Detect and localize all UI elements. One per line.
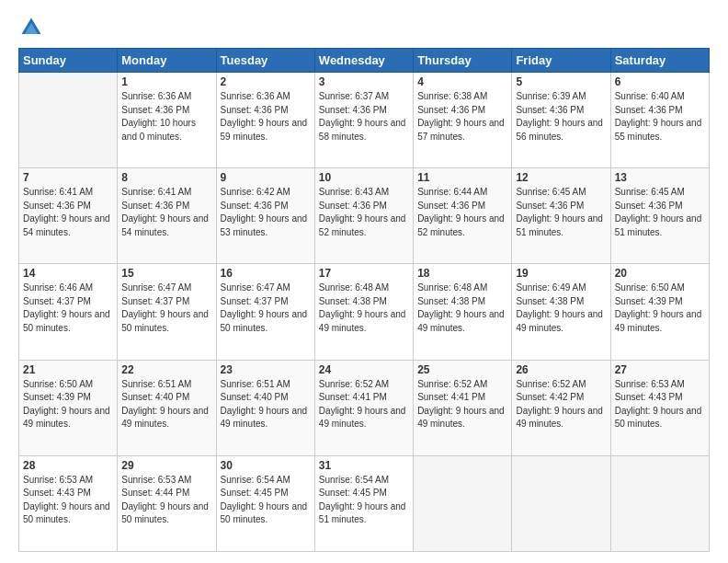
day-number: 21	[23, 363, 113, 376]
calendar-cell: 21Sunrise: 6:50 AMSunset: 4:39 PMDayligh…	[19, 360, 118, 455]
cell-info: Sunrise: 6:53 AMSunset: 4:43 PMDaylight:…	[23, 474, 113, 527]
cell-info: Sunrise: 6:42 AMSunset: 4:36 PMDaylight:…	[221, 186, 311, 239]
day-number: 18	[417, 267, 507, 280]
calendar-cell: 14Sunrise: 6:46 AMSunset: 4:37 PMDayligh…	[19, 264, 118, 360]
cell-info: Sunrise: 6:52 AMSunset: 4:41 PMDaylight:…	[319, 378, 409, 431]
weekday-header: Friday	[512, 49, 610, 73]
cell-info: Sunrise: 6:50 AMSunset: 4:39 PMDaylight:…	[23, 378, 113, 431]
cell-info: Sunrise: 6:39 AMSunset: 4:36 PMDaylight:…	[516, 90, 606, 144]
calendar-cell: 8Sunrise: 6:41 AMSunset: 4:36 PMDaylight…	[118, 168, 216, 264]
logo-icon	[18, 15, 44, 40]
day-number: 12	[516, 171, 606, 184]
weekday-header: Wednesday	[314, 49, 413, 73]
day-number: 25	[417, 363, 507, 376]
day-number: 6	[615, 75, 705, 88]
calendar-cell: 18Sunrise: 6:48 AMSunset: 4:38 PMDayligh…	[414, 264, 512, 360]
day-number: 1	[121, 75, 211, 88]
calendar-cell: 16Sunrise: 6:47 AMSunset: 4:37 PMDayligh…	[216, 264, 314, 360]
calendar-cell: 5Sunrise: 6:39 AMSunset: 4:36 PMDaylight…	[512, 73, 610, 168]
day-number: 31	[319, 459, 409, 472]
calendar-cell: 28Sunrise: 6:53 AMSunset: 4:43 PMDayligh…	[19, 455, 118, 551]
calendar-cell	[414, 455, 512, 551]
weekday-header: Thursday	[414, 49, 512, 73]
cell-info: Sunrise: 6:54 AMSunset: 4:45 PMDaylight:…	[221, 474, 311, 527]
calendar-cell: 20Sunrise: 6:50 AMSunset: 4:39 PMDayligh…	[610, 264, 709, 360]
day-number: 20	[615, 267, 705, 280]
calendar-cell: 7Sunrise: 6:41 AMSunset: 4:36 PMDaylight…	[19, 168, 118, 264]
cell-info: Sunrise: 6:36 AMSunset: 4:36 PMDaylight:…	[221, 90, 311, 144]
cell-info: Sunrise: 6:51 AMSunset: 4:40 PMDaylight:…	[221, 378, 311, 431]
day-number: 28	[23, 459, 113, 472]
calendar-cell: 22Sunrise: 6:51 AMSunset: 4:40 PMDayligh…	[118, 360, 216, 455]
cell-info: Sunrise: 6:41 AMSunset: 4:36 PMDaylight:…	[121, 186, 211, 239]
calendar-cell: 24Sunrise: 6:52 AMSunset: 4:41 PMDayligh…	[314, 360, 413, 455]
day-number: 5	[516, 75, 606, 88]
cell-info: Sunrise: 6:53 AMSunset: 4:44 PMDaylight:…	[121, 474, 211, 527]
calendar-week-row: 1Sunrise: 6:36 AMSunset: 4:36 PMDaylight…	[19, 73, 710, 168]
day-number: 15	[121, 267, 211, 280]
day-number: 14	[23, 267, 113, 280]
cell-info: Sunrise: 6:37 AMSunset: 4:36 PMDaylight:…	[319, 90, 409, 144]
calendar-cell: 15Sunrise: 6:47 AMSunset: 4:37 PMDayligh…	[118, 264, 216, 360]
cell-info: Sunrise: 6:44 AMSunset: 4:36 PMDaylight:…	[417, 186, 507, 239]
cell-info: Sunrise: 6:47 AMSunset: 4:37 PMDaylight:…	[121, 282, 211, 335]
day-number: 11	[417, 171, 507, 184]
cell-info: Sunrise: 6:45 AMSunset: 4:36 PMDaylight:…	[615, 186, 705, 239]
calendar-cell: 29Sunrise: 6:53 AMSunset: 4:44 PMDayligh…	[118, 455, 216, 551]
calendar-cell: 11Sunrise: 6:44 AMSunset: 4:36 PMDayligh…	[414, 168, 512, 264]
cell-info: Sunrise: 6:36 AMSunset: 4:36 PMDaylight:…	[121, 90, 211, 144]
day-number: 9	[221, 171, 311, 184]
calendar-cell: 13Sunrise: 6:45 AMSunset: 4:36 PMDayligh…	[610, 168, 709, 264]
calendar-cell	[512, 455, 610, 551]
day-number: 24	[319, 363, 409, 376]
calendar-cell: 31Sunrise: 6:54 AMSunset: 4:45 PMDayligh…	[314, 455, 413, 551]
day-number: 26	[516, 363, 606, 376]
cell-info: Sunrise: 6:38 AMSunset: 4:36 PMDaylight:…	[417, 90, 507, 144]
calendar-cell: 1Sunrise: 6:36 AMSunset: 4:36 PMDaylight…	[118, 73, 216, 168]
cell-info: Sunrise: 6:48 AMSunset: 4:38 PMDaylight:…	[319, 282, 409, 335]
calendar-cell: 4Sunrise: 6:38 AMSunset: 4:36 PMDaylight…	[414, 73, 512, 168]
cell-info: Sunrise: 6:52 AMSunset: 4:42 PMDaylight:…	[516, 378, 606, 431]
cell-info: Sunrise: 6:50 AMSunset: 4:39 PMDaylight:…	[615, 282, 705, 335]
calendar-week-row: 28Sunrise: 6:53 AMSunset: 4:43 PMDayligh…	[19, 455, 710, 551]
cell-info: Sunrise: 6:48 AMSunset: 4:38 PMDaylight:…	[417, 282, 507, 335]
cell-info: Sunrise: 6:52 AMSunset: 4:41 PMDaylight:…	[417, 378, 507, 431]
calendar-cell: 9Sunrise: 6:42 AMSunset: 4:36 PMDaylight…	[216, 168, 314, 264]
calendar-cell: 23Sunrise: 6:51 AMSunset: 4:40 PMDayligh…	[216, 360, 314, 455]
day-number: 7	[23, 171, 113, 184]
weekday-header: Sunday	[19, 49, 118, 73]
calendar-week-row: 21Sunrise: 6:50 AMSunset: 4:39 PMDayligh…	[19, 360, 710, 455]
day-number: 17	[319, 267, 409, 280]
calendar-cell: 2Sunrise: 6:36 AMSunset: 4:36 PMDaylight…	[216, 73, 314, 168]
day-number: 4	[417, 75, 507, 88]
calendar-cell: 3Sunrise: 6:37 AMSunset: 4:36 PMDaylight…	[314, 73, 413, 168]
cell-info: Sunrise: 6:51 AMSunset: 4:40 PMDaylight:…	[121, 378, 211, 431]
day-number: 29	[121, 459, 211, 472]
calendar-header-row: SundayMondayTuesdayWednesdayThursdayFrid…	[19, 49, 710, 73]
page: SundayMondayTuesdayWednesdayThursdayFrid…	[0, 0, 728, 563]
cell-info: Sunrise: 6:46 AMSunset: 4:37 PMDaylight:…	[23, 282, 113, 335]
weekday-header: Tuesday	[216, 49, 314, 73]
day-number: 13	[615, 171, 705, 184]
cell-info: Sunrise: 6:54 AMSunset: 4:45 PMDaylight:…	[319, 474, 409, 527]
calendar-cell	[19, 73, 118, 168]
calendar-cell: 27Sunrise: 6:53 AMSunset: 4:43 PMDayligh…	[610, 360, 709, 455]
calendar-cell	[610, 455, 709, 551]
day-number: 2	[221, 75, 311, 88]
calendar-cell: 17Sunrise: 6:48 AMSunset: 4:38 PMDayligh…	[314, 264, 413, 360]
day-number: 22	[121, 363, 211, 376]
cell-info: Sunrise: 6:43 AMSunset: 4:36 PMDaylight:…	[319, 186, 409, 239]
calendar-cell: 10Sunrise: 6:43 AMSunset: 4:36 PMDayligh…	[314, 168, 413, 264]
day-number: 30	[221, 459, 311, 472]
cell-info: Sunrise: 6:40 AMSunset: 4:36 PMDaylight:…	[615, 90, 705, 144]
day-number: 8	[121, 171, 211, 184]
calendar-cell: 6Sunrise: 6:40 AMSunset: 4:36 PMDaylight…	[610, 73, 709, 168]
weekday-header: Saturday	[610, 49, 709, 73]
day-number: 10	[319, 171, 409, 184]
day-number: 27	[615, 363, 705, 376]
day-number: 23	[221, 363, 311, 376]
cell-info: Sunrise: 6:53 AMSunset: 4:43 PMDaylight:…	[615, 378, 705, 431]
calendar-week-row: 14Sunrise: 6:46 AMSunset: 4:37 PMDayligh…	[19, 264, 710, 360]
weekday-header: Monday	[118, 49, 216, 73]
calendar-cell: 26Sunrise: 6:52 AMSunset: 4:42 PMDayligh…	[512, 360, 610, 455]
